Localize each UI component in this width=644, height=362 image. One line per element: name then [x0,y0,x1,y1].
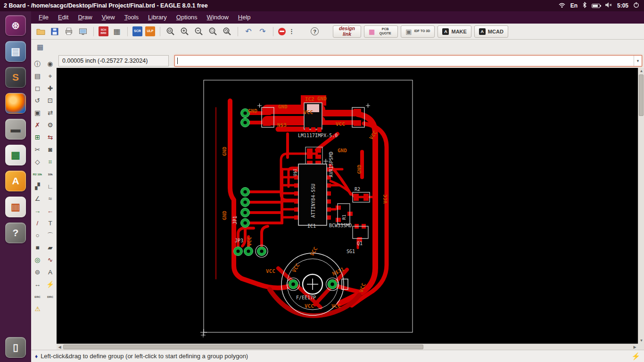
smash-tool[interactable]: ▞ [32,182,43,191]
menu-tools[interactable]: Tools [120,11,143,24]
stop-icon[interactable] [278,28,286,35]
vertical-scrollbar[interactable]: ▲ ▼ [638,68,644,344]
undo-icon[interactable]: ↶ [243,27,254,36]
ratsnest-tool[interactable]: ⌗ [45,157,56,167]
wifi-icon[interactable] [558,1,566,10]
circle-tool[interactable]: ○ [32,231,43,240]
show-tool[interactable]: ◉ [45,59,56,69]
mirror-tool[interactable]: ⇄ [45,108,56,118]
bluetooth-icon[interactable] [582,1,587,10]
board-grid-icon[interactable]: ▦ [111,26,123,37]
copy-tool[interactable]: ⊡ [45,96,56,106]
save-icon[interactable] [49,26,60,37]
clock[interactable]: 5:05 [617,2,628,9]
signal-tool[interactable]: ∿ [45,255,56,265]
command-input[interactable] [175,56,634,66]
group-tool[interactable]: ◻ [32,84,43,93]
help-icon[interactable]: ? [311,27,319,35]
dock-item-document-viewer[interactable]: ▥ [4,196,27,218]
paste-tool[interactable]: ▣ [32,108,43,118]
zoom-fit-icon[interactable] [165,26,176,37]
scroll-up-icon[interactable]: ▲ [638,68,644,74]
overflow-menu-icon[interactable]: ⋮ [289,28,295,35]
arc-tool[interactable]: ⌒ [45,231,56,240]
route-tool[interactable]: → [32,206,43,216]
grid-settings-icon[interactable]: ▦ [35,42,45,52]
mcad-button[interactable]: A MCAD [474,25,508,38]
text-tool[interactable]: T [45,219,56,228]
redo-icon[interactable]: ↷ [257,27,268,36]
drc-tool[interactable]: DRC [45,292,56,302]
idf-to-3d-button[interactable]: ▣ IDF TO 3D [401,25,435,38]
pcb-quote-button[interactable]: ▦ PCB QUOTE [364,25,398,38]
horizontal-scrollbar[interactable]: ◀ ▶ [57,344,638,350]
mark-tool[interactable]: ⌖ [45,72,56,81]
dock-item-sublime-text[interactable]: S [4,66,27,88]
errors-tool[interactable]: ⚠ [32,304,43,314]
erc-tool[interactable]: ERC [32,292,43,302]
menu-window[interactable]: Window [202,11,233,24]
zoom-out-icon[interactable] [193,26,205,37]
dock-item-text-editor[interactable]: ▤ [4,41,27,62]
dimension-tool[interactable]: ↔ [32,280,43,289]
session-menu-icon[interactable] [633,1,639,10]
run-ulp-icon[interactable]: ULP [145,26,155,36]
autoroute-tool[interactable]: ⚡ [45,280,56,289]
scroll-down-icon[interactable]: ▼ [638,337,644,344]
dock-item-libreoffice-calc[interactable]: ▦ [4,144,27,166]
command-dropdown-icon[interactable]: ▾ [634,56,642,66]
via-tool[interactable]: ◎ [32,255,43,265]
menu-options[interactable]: Options [172,11,202,24]
polygon-tool[interactable]: ▰ [45,243,56,253]
board-canvas[interactable]: IC2GNDGNDGNDVCCN$3VCCLM1117IMPX-5.0VCCGN… [57,68,638,344]
attribute-tool[interactable]: A [45,268,56,277]
dock-item-software-center[interactable]: A [4,170,27,192]
pinswap-tool[interactable]: ⇆ [45,133,56,142]
design-link-button[interactable]: design link [333,25,361,38]
make-button[interactable]: A MAKE [438,25,471,38]
rotate-tool[interactable]: ↺ [32,96,43,106]
vertical-scroll-thumb[interactable] [639,74,644,116]
lock-tool[interactable]: ◙ [45,145,56,155]
optimize-tool[interactable]: ≈ [45,194,56,204]
dock-item-dash[interactable]: ⊛ [4,15,27,36]
menu-view[interactable]: View [97,11,120,24]
menu-library[interactable]: Library [143,11,172,24]
split-tool[interactable]: ∠ [32,194,43,204]
menu-draw[interactable]: Draw [73,11,97,24]
add-tool[interactable]: ⊞ [32,133,43,142]
dock-item-firefox[interactable] [4,92,27,114]
wire-tool[interactable]: / [32,219,43,228]
delete-tool[interactable]: ✗ [32,121,43,130]
value-tool[interactable]: 10k [45,170,56,179]
ripup-tool[interactable]: ← [45,206,56,216]
volume-muted-icon[interactable] [605,1,612,10]
info-tool[interactable]: ⓘ [32,59,43,69]
move-tool[interactable]: ✚ [45,84,56,93]
schematic-board-switch-icon[interactable]: SCH BRD [99,26,108,36]
dock-item-help[interactable]: ? [4,222,27,244]
rect-tool[interactable]: ■ [32,243,43,253]
miter-tool[interactable]: ∟ [45,182,56,191]
replace-tool[interactable]: ◇ [32,157,43,167]
battery-icon[interactable] [592,4,600,8]
zoom-select-icon[interactable] [207,26,219,37]
zoom-redraw-icon[interactable] [222,26,233,37]
dock-item-archive-manager[interactable]: ▬ [4,118,27,140]
menu-help[interactable]: Help [233,11,256,24]
export-image-icon[interactable] [77,26,89,37]
display-tool[interactable]: ▤ [32,72,43,81]
keyboard-layout-indicator[interactable]: En [570,2,578,9]
cut-tool[interactable]: ✂ [32,145,43,155]
change-tool[interactable]: ⚙ [45,121,56,130]
zoom-in-icon[interactable] [179,26,190,37]
run-script-icon[interactable]: SCR [132,26,142,36]
hole-tool[interactable]: ⊚ [32,268,43,277]
name-tool[interactable]: R2 10k [32,170,43,179]
dock-item-trash[interactable]: ▯ [4,337,27,358]
menu-edit[interactable]: Edit [53,11,73,24]
open-board-icon[interactable] [35,26,46,37]
menu-file[interactable]: File [34,11,53,24]
horizontal-scroll-thumb[interactable] [63,345,423,349]
print-icon[interactable] [63,26,74,37]
